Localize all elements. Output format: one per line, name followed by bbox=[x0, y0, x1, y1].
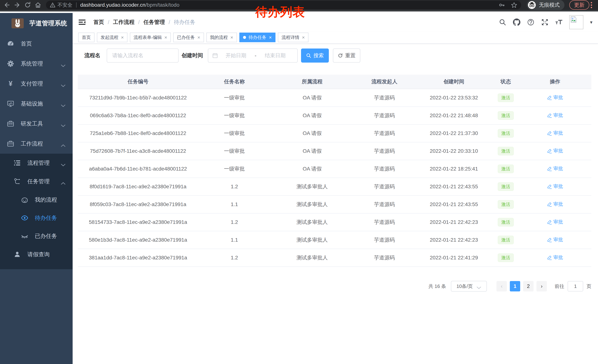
cell-status: 激活 bbox=[493, 165, 519, 173]
approve-link[interactable]: 审批 bbox=[547, 201, 563, 207]
font-size-icon[interactable] bbox=[555, 18, 563, 26]
close-icon[interactable]: × bbox=[302, 35, 305, 40]
close-icon[interactable]: × bbox=[164, 35, 167, 40]
sidebar-item-label: 系统管理 bbox=[21, 60, 43, 68]
annotation-todo-list: 待办列表 bbox=[255, 4, 305, 20]
process-name-input[interactable] bbox=[107, 49, 179, 63]
page-button-1[interactable]: 1 bbox=[510, 281, 520, 291]
approve-link[interactable]: 审批 bbox=[547, 112, 563, 119]
approve-link[interactable]: 审批 bbox=[547, 219, 563, 225]
approve-link[interactable]: 审批 bbox=[547, 130, 563, 136]
password-key-icon[interactable] bbox=[499, 2, 505, 8]
sidebar-item-my-process[interactable]: 我的流程 bbox=[0, 191, 73, 209]
browser-menu-icon[interactable] bbox=[591, 2, 592, 8]
close-icon[interactable]: × bbox=[269, 35, 272, 40]
sidebar-item-task-mgmt[interactable]: 任务管理 bbox=[0, 172, 73, 191]
approve-link[interactable]: 审批 bbox=[547, 236, 563, 243]
breadcrumb-home[interactable]: 首页 bbox=[93, 18, 104, 26]
sidebar-item-infrastructure[interactable]: 基础设施 bbox=[0, 94, 73, 114]
reset-button[interactable]: 重置 bbox=[333, 49, 360, 63]
cell-process: OA 请假 bbox=[270, 130, 354, 137]
breadcrumb-task-mgmt[interactable]: 任务管理 bbox=[143, 18, 165, 26]
close-icon[interactable]: × bbox=[231, 35, 233, 40]
avatar-caret-icon[interactable]: ▾ bbox=[590, 19, 592, 25]
approve-link[interactable]: 审批 bbox=[547, 94, 563, 101]
sidebar-item-devtools[interactable]: 研发工具 bbox=[0, 114, 73, 134]
url-text[interactable]: dashboard.yudao.iocoder.cn/bpm/task/todo bbox=[80, 2, 179, 8]
goto-page-input[interactable] bbox=[568, 281, 583, 291]
back-icon[interactable] bbox=[3, 1, 10, 8]
github-icon[interactable] bbox=[513, 18, 520, 26]
bookmark-star-icon[interactable] bbox=[511, 2, 517, 8]
sidebar-item-todo-tasks[interactable]: 待办任务 bbox=[0, 209, 73, 227]
view-tab[interactable]: 流程详情 × bbox=[278, 32, 308, 42]
briefcase-icon bbox=[7, 140, 14, 147]
filter-form: 流程名 创建时间 开始日期 - 结束日期 搜索 重 bbox=[73, 49, 598, 63]
breadcrumb-workflow[interactable]: 工作流程 bbox=[113, 18, 134, 26]
sidebar-item-home[interactable]: 首页 bbox=[0, 34, 73, 54]
cell-task-id: 069c6a63-7b8a-11ec-8ef0-acde48001122 bbox=[78, 113, 198, 119]
help-icon[interactable] bbox=[527, 18, 534, 26]
url-domain: dashboard.yudao.iocoder.cn bbox=[80, 2, 145, 8]
incognito-icon bbox=[528, 1, 536, 9]
fullscreen-icon[interactable] bbox=[541, 18, 548, 26]
sidebar-logo-row[interactable]: 芋道管理系统 bbox=[0, 13, 73, 34]
sidebar-item-process-mgmt[interactable]: 流程管理 bbox=[0, 154, 73, 172]
pagination: 共 16 条 10条/页 ‹ 1 2 › 前往 页 bbox=[73, 281, 591, 291]
view-tab[interactable]: 发起流程 × bbox=[97, 32, 127, 42]
sidebar-item-done-tasks[interactable]: 已办任务 bbox=[0, 227, 73, 245]
date-range-picker[interactable]: 开始日期 - 结束日期 bbox=[208, 49, 298, 63]
page-header: 首页 / 工作流程 / 任务管理 / 待办任务 bbox=[73, 13, 598, 32]
view-tab[interactable]: 我的流程 × bbox=[206, 32, 237, 42]
end-date-placeholder[interactable]: 结束日期 bbox=[257, 52, 293, 59]
url-path: /bpm/task/todo bbox=[145, 2, 180, 8]
view-tab[interactable]: 待办任务 × bbox=[239, 32, 275, 42]
view-tab[interactable]: 首页 bbox=[78, 32, 94, 42]
cell-created: 2022-01-22 23:53:32 bbox=[415, 95, 493, 101]
prev-page-button[interactable]: ‹ bbox=[497, 281, 507, 291]
cell-status: 激活 bbox=[493, 236, 519, 244]
cell-created: 2022-01-22 21:48:48 bbox=[415, 113, 493, 119]
next-page-button[interactable]: › bbox=[537, 281, 547, 291]
close-icon[interactable]: × bbox=[121, 35, 124, 40]
cell-actions: 审批 bbox=[519, 236, 591, 243]
sidebar-item-system[interactable]: 系统管理 bbox=[0, 54, 73, 74]
search-button[interactable]: 搜索 bbox=[301, 49, 329, 63]
approve-link[interactable]: 审批 bbox=[547, 254, 563, 261]
search-icon[interactable] bbox=[499, 18, 506, 26]
cell-starter: 芋道源码 bbox=[354, 254, 415, 261]
start-date-placeholder[interactable]: 开始日期 bbox=[218, 52, 254, 59]
approve-link[interactable]: 审批 bbox=[547, 183, 563, 190]
approve-link[interactable]: 审批 bbox=[547, 165, 563, 172]
cell-actions: 审批 bbox=[519, 254, 591, 261]
sidebar-item-payment[interactable]: ¥ 支付管理 bbox=[0, 74, 73, 94]
cell-process: OA 请假 bbox=[270, 165, 354, 172]
tags-bar: 首页 发起流程 × 流程表单-编辑 × 已办任务 × 我的流程 × 待办任务 ×… bbox=[73, 32, 598, 44]
avatar[interactable] bbox=[569, 15, 583, 29]
sidebar-item-leave-query[interactable]: 请假查询 bbox=[0, 245, 73, 264]
approve-link[interactable]: 审批 bbox=[547, 147, 563, 154]
cell-task-name: 一级审批 bbox=[198, 112, 270, 119]
sidebar-collapse-icon[interactable] bbox=[78, 18, 86, 26]
breadcrumb-separator: / bbox=[108, 19, 109, 25]
view-tab[interactable]: 已办任务 × bbox=[173, 32, 204, 42]
sidebar-item-workflow[interactable]: 工作流程 bbox=[0, 134, 73, 154]
browser-update-button[interactable]: 更新 bbox=[569, 0, 589, 10]
cell-created: 2022-01-21 22:42:23 bbox=[415, 237, 493, 243]
sidebar-menu: 首页 系统管理 ¥ 支付管理 基础设施 bbox=[0, 34, 73, 269]
reload-icon[interactable] bbox=[24, 1, 31, 8]
cell-created: 2022-01-22 20:33:10 bbox=[415, 148, 493, 154]
page-button-2[interactable]: 2 bbox=[523, 281, 533, 291]
page-size-select[interactable]: 10条/页 bbox=[451, 281, 487, 291]
home-icon[interactable] bbox=[34, 1, 42, 8]
tab-label: 流程表单-编辑 bbox=[133, 34, 162, 40]
view-tab[interactable]: 流程表单-编辑 × bbox=[130, 32, 171, 42]
close-icon[interactable]: × bbox=[197, 35, 200, 40]
approve-link-label: 审批 bbox=[553, 130, 563, 136]
forward-icon[interactable] bbox=[14, 1, 21, 8]
face-icon bbox=[21, 196, 28, 203]
cell-status: 激活 bbox=[493, 182, 519, 191]
sidebar-item-label: 请假查询 bbox=[27, 251, 50, 258]
cell-created: 2022-01-22 18:25:41 bbox=[415, 166, 493, 172]
user-icon bbox=[14, 251, 21, 258]
